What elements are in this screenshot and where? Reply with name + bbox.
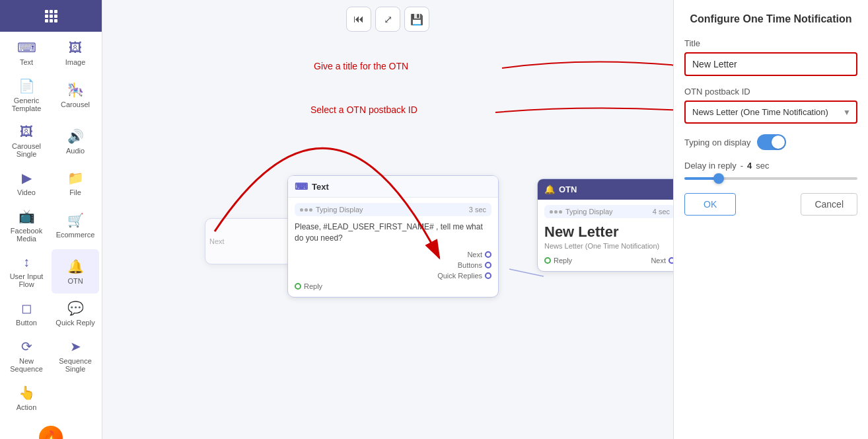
sidebar-item-text-label: Text (20, 58, 33, 66)
postback-field: OTN postback ID News Letter (One Time No… (684, 87, 857, 124)
delay-slider-container (684, 177, 857, 180)
sidebar-item-video[interactable]: ▶ Video (3, 165, 50, 202)
save-icon: 💾 (410, 13, 423, 26)
postback-label: OTN postback ID (684, 87, 857, 97)
svg-rect-0 (45, 10, 48, 13)
sidebar-item-file-label: File (69, 188, 81, 196)
delay-unit: sec (756, 161, 769, 171)
delay-value: 4 (747, 161, 752, 171)
sidebar-item-ecommerce-label: Ecommerce (56, 231, 95, 239)
title-field: Title (684, 38, 857, 76)
text-icon: ⌨ (17, 40, 36, 56)
sequence-single-icon: ➤ (70, 339, 81, 354)
delay-slider-thumb[interactable] (713, 173, 724, 184)
otn-node-next-connector[interactable] (669, 257, 673, 264)
title-input[interactable] (684, 52, 857, 76)
otn-node-typing-bar: Typing Display 4 sec (544, 205, 673, 218)
sidebar-item-new-sequence-label: New Sequence (5, 357, 48, 373)
sidebar-item-carousel[interactable]: 🎠 Carousel (52, 73, 99, 118)
svg-rect-2 (54, 10, 57, 13)
sidebar-item-button[interactable]: ◻ Button (3, 295, 50, 332)
typing-display-row: Typing on display (684, 134, 857, 150)
quick-reply-icon: 💬 (67, 300, 84, 316)
text-node-buttons-row: Buttons (295, 260, 491, 270)
text-node: ⌨ Text Typing Display 3 sec Please, #LEA… (287, 175, 499, 298)
text-node-body: Typing Display 3 sec Please, #LEAD_USER_… (288, 198, 498, 297)
text-node-next-connector[interactable] (485, 251, 491, 258)
otn-node-reply-connector[interactable] (544, 257, 551, 264)
otn-node-reply-label: Reply (554, 257, 572, 264)
sidebar-item-image[interactable]: 🖼 Image (52, 34, 99, 71)
text-node-typing-bar: Typing Display 3 sec (295, 203, 491, 216)
postback-select-wrapper: News Letter (One Time Notification) ▼ (684, 100, 857, 124)
sidebar-logo: 🔥 (0, 419, 102, 439)
sidebar-item-facebook-media[interactable]: 📺 Facebook Media (3, 203, 50, 248)
sidebar-item-generic-template-label: Generic Template (5, 97, 48, 112)
sidebar-item-image-label: Image (65, 58, 86, 66)
sidebar-item-generic-template[interactable]: 📄 Generic Template (3, 73, 50, 118)
typing-display-toggle[interactable] (757, 134, 786, 150)
text-node-reply-label: Reply (304, 282, 322, 290)
otn-node-header: 🔔 OTN (538, 179, 673, 200)
text-node-typing-label: Typing Display (316, 206, 363, 214)
text-node-quick-replies-connector[interactable] (485, 272, 491, 279)
annotation-otn-postback: Select a OTN postback ID (310, 104, 417, 115)
sidebar-item-user-input-flow[interactable]: ↕ User Input Flow (3, 249, 50, 294)
sidebar-item-otn[interactable]: 🔔 OTN (52, 249, 99, 294)
back-button[interactable]: ⏮ (346, 7, 371, 32)
svg-rect-4 (50, 15, 53, 18)
text-node-quick-replies-row: Quick Replies (295, 270, 491, 281)
otn-node-typing-label: Typing Display (565, 208, 613, 216)
sidebar-item-ecommerce[interactable]: 🛒 Ecommerce (52, 203, 99, 248)
ok-button[interactable]: OK (684, 193, 736, 216)
text-node-reply-row: Reply (295, 281, 491, 292)
svg-rect-7 (50, 19, 53, 22)
grid-icon (43, 8, 59, 24)
sidebar-item-carousel-label: Carousel (61, 100, 90, 108)
text-node-reply-connector[interactable] (295, 283, 301, 290)
sidebar-items-grid: ⌨ Text 🖼 Image 📄 Generic Template 🎠 Caro… (0, 32, 102, 419)
svg-rect-8 (54, 19, 57, 22)
sidebar-item-action[interactable]: 👆 Action (3, 379, 50, 417)
ecommerce-icon: 🛒 (67, 212, 84, 228)
sidebar-item-video-label: Video (17, 188, 36, 196)
typing-dots (300, 208, 312, 212)
svg-rect-5 (54, 15, 57, 18)
back-icon: ⏮ (353, 13, 364, 25)
sidebar-item-carousel-single-label: Carousel Single (5, 142, 48, 158)
postback-select[interactable]: News Letter (One Time Notification) (684, 100, 857, 124)
sidebar-item-quick-reply[interactable]: 💬 Quick Reply (52, 295, 99, 332)
button-icon: ◻ (21, 300, 32, 316)
video-icon: ▶ (22, 170, 32, 186)
otn-node: 🔔 OTN Typing Display 4 sec New Letter Ne… (537, 179, 673, 272)
title-label: Title (684, 38, 857, 48)
sidebar-item-text[interactable]: ⌨ Text (3, 34, 50, 71)
sidebar-item-sequence-single[interactable]: ➤ Sequence Single (52, 333, 99, 378)
action-icon: 👆 (18, 385, 35, 401)
sidebar-item-sequence-single-label: Sequence Single (54, 357, 96, 373)
text-node-icon: ⌨ (295, 181, 308, 192)
text-node-next-label: Next (467, 251, 482, 259)
new-sequence-icon: ⟳ (21, 339, 32, 354)
text-node-buttons-label: Buttons (458, 261, 482, 269)
otn-node-newsletter-subtitle: News Letter (One Time Notification) (544, 242, 673, 250)
fit-button[interactable]: ⤢ (375, 7, 400, 32)
audio-icon: 🔊 (67, 128, 84, 144)
sidebar-item-file[interactable]: 📁 File (52, 165, 99, 202)
delay-row: Delay in reply - 4 sec (684, 161, 857, 171)
typing-display-label: Typing on display (684, 138, 750, 147)
text-node-buttons-connector[interactable] (485, 262, 491, 268)
delay-separator: - (741, 161, 743, 171)
text-node-typing-seconds: 3 sec (469, 206, 486, 214)
sidebar-item-new-sequence[interactable]: ⟳ New Sequence (3, 333, 50, 378)
sidebar-header (0, 0, 102, 32)
save-button[interactable]: 💾 (404, 7, 429, 32)
sidebar-item-audio[interactable]: 🔊 Audio (52, 119, 99, 163)
sidebar-item-carousel-single[interactable]: 🖼 Carousel Single (3, 119, 50, 163)
cancel-button[interactable]: Cancel (801, 193, 857, 216)
otn-icon: 🔔 (67, 259, 84, 274)
image-icon: 🖼 (69, 40, 82, 56)
carousel-icon: 🎠 (67, 82, 84, 98)
delay-slider-track[interactable] (684, 177, 857, 180)
right-panel: Configure One Time Notification Title OT… (673, 0, 868, 439)
